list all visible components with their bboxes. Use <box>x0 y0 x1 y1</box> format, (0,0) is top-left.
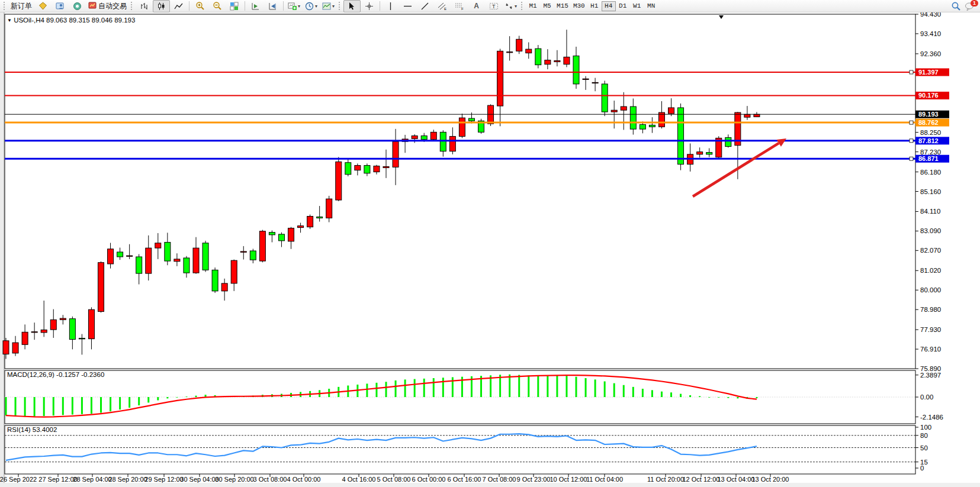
vertical-line-icon[interactable] <box>382 0 399 12</box>
candle-bull <box>583 79 589 79</box>
candle-bull <box>459 118 465 136</box>
cursor-icon[interactable] <box>343 0 361 12</box>
text-icon[interactable]: A <box>468 0 485 12</box>
candle-bull <box>621 107 626 110</box>
level-anchor-marker[interactable] <box>910 121 913 124</box>
indicators-icon[interactable] <box>320 0 337 12</box>
candle-bull <box>430 132 436 139</box>
toolbar-grip[interactable] <box>4 2 7 10</box>
candle-bull <box>611 110 617 112</box>
text-label-icon[interactable]: T <box>485 0 502 12</box>
timeframe-m30[interactable]: M30 <box>571 1 587 11</box>
chart-symbol-period: USOil-,H4 <box>14 17 44 24</box>
terminal-icon[interactable] <box>69 0 86 12</box>
time-axis-label: 7 Oct 08:00 <box>483 476 516 483</box>
level-anchor-marker[interactable] <box>910 70 913 74</box>
macd-histogram-bar <box>708 397 710 398</box>
time-axis-label: 11 Oct 20:00 <box>647 476 684 483</box>
candle-bear <box>117 252 123 257</box>
new-order-button[interactable]: 新订单 <box>8 1 34 12</box>
price-axis-label: 85.160 <box>920 188 941 195</box>
candle-bull <box>592 82 598 83</box>
candle-bull <box>307 217 313 227</box>
zoom-out-icon[interactable] <box>208 0 226 12</box>
equidistant-channel-icon[interactable]: E <box>433 0 451 12</box>
macd-axis-label: -2.1486 <box>920 414 943 421</box>
macd-histogram-bar <box>157 397 159 400</box>
bar-chart-icon[interactable] <box>136 0 153 12</box>
toolbar-grip[interactable] <box>521 2 524 10</box>
candle-bull <box>3 341 9 354</box>
candle-bull <box>22 332 28 344</box>
crosshair-icon[interactable] <box>361 0 378 12</box>
period-clock-icon[interactable] <box>303 0 320 12</box>
candle-bull <box>288 228 294 241</box>
rsi-indicator-label: RSI(14) 53.4002 <box>7 426 57 433</box>
rsi-axis-label: 50 <box>920 444 928 451</box>
timeframe-m5[interactable]: M5 <box>540 1 554 11</box>
navigator-icon[interactable] <box>52 0 69 12</box>
toolbar-grip[interactable] <box>339 2 342 10</box>
new-chart-icon[interactable] <box>285 0 303 12</box>
macd-histogram-bar <box>385 382 387 397</box>
macd-histogram-bar <box>595 379 596 397</box>
candle-bear <box>630 107 636 129</box>
macd-histogram-bar <box>34 397 36 417</box>
candle-bear <box>345 163 351 175</box>
timeframe-w1[interactable]: W1 <box>630 1 644 11</box>
timeframe-mn[interactable]: MN <box>644 1 658 11</box>
chart-dropdown-icon[interactable]: ▼ <box>7 18 12 23</box>
arrows-icon[interactable] <box>502 0 519 12</box>
level-anchor-marker[interactable] <box>910 157 913 160</box>
window-left-edge <box>0 12 4 487</box>
market-watch-icon[interactable] <box>34 0 52 12</box>
timeframe-d1[interactable]: D1 <box>616 1 630 11</box>
autotrading-button[interactable]: 自动交易 <box>86 1 129 12</box>
timeframe-h4[interactable]: H4 <box>602 1 616 11</box>
level-anchor-marker[interactable] <box>910 139 913 143</box>
candle-bull <box>754 114 760 117</box>
timeframe-m15[interactable]: M15 <box>554 1 571 11</box>
toolbar: 新订单 自动交易 <box>0 0 980 12</box>
chart-title[interactable]: ▼ USOil-,H4 89.063 89.315 89.046 89.193 <box>7 17 135 24</box>
search-icon[interactable] <box>951 1 961 11</box>
candle-bull <box>174 259 180 262</box>
price-axis-label: 80.000 <box>920 286 941 294</box>
candle-bull <box>240 251 246 252</box>
candle-bull <box>383 166 389 167</box>
zoom-in-icon[interactable] <box>191 0 208 12</box>
macd-histogram-bar <box>651 390 653 397</box>
candle-bull <box>127 256 133 256</box>
price-tag-label: 89.193 <box>918 111 939 118</box>
candlestick-chart-icon[interactable] <box>153 0 170 12</box>
candle-bull <box>744 114 750 117</box>
macd-histogram-bar <box>53 397 54 415</box>
time-axis-label: 9 Oct 23:00 <box>517 476 551 483</box>
rsi-axis-label: 100 <box>920 424 931 431</box>
candle-bull <box>50 320 56 330</box>
chart-shift-icon[interactable] <box>264 0 281 12</box>
timeframe-h1[interactable]: H1 <box>587 1 602 11</box>
macd-histogram-bar <box>176 397 178 398</box>
price-tag-label: 86.871 <box>918 155 939 162</box>
chart-canvas[interactable]: 91.39790.17689.19388.76287.81286.87194.4… <box>0 12 980 487</box>
time-axis-label: 30 Sep 04:00 <box>180 476 219 483</box>
timeframe-m1[interactable]: M1 <box>526 1 540 11</box>
candle-bull <box>412 136 417 138</box>
candle-bull <box>221 283 227 291</box>
candle-bull <box>526 49 532 53</box>
chart-window: 91.39790.17689.19388.76287.81286.87194.4… <box>0 12 980 487</box>
auto-scroll-icon[interactable] <box>247 0 264 12</box>
time-axis[interactable]: 26 Sep 202227 Sep 12:0028 Sep 04:0028 Se… <box>0 474 789 483</box>
tile-windows-icon[interactable] <box>226 0 243 12</box>
horizontal-line-icon[interactable] <box>399 0 416 12</box>
macd-histogram-bar <box>565 376 567 397</box>
trendline-icon[interactable] <box>416 0 433 12</box>
notifications-icon[interactable]: 1 <box>965 2 975 11</box>
macd-histogram-bar <box>576 377 577 397</box>
toolbar-grip[interactable] <box>131 2 134 10</box>
macd-histogram-bar <box>699 396 701 397</box>
time-axis-label: 26 Sep 2022 <box>0 476 37 483</box>
line-chart-icon[interactable] <box>170 0 187 12</box>
fibonacci-icon[interactable]: F <box>451 0 468 12</box>
